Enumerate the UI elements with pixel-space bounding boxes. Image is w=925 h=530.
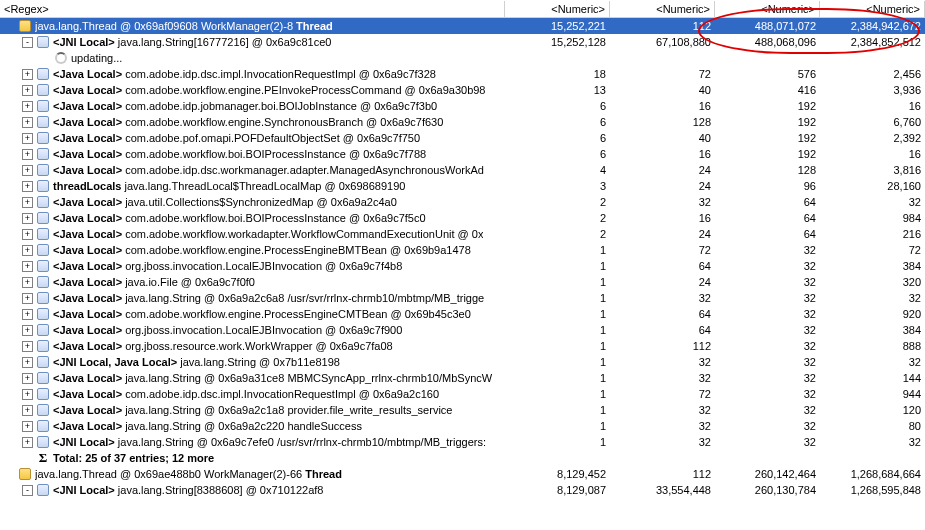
collapse-icon[interactable]: - (22, 37, 33, 48)
table-row[interactable]: +<Java Local> java.io.File @ 0x6a9c7f0f0… (0, 274, 925, 290)
expand-icon[interactable]: + (22, 213, 33, 224)
table-row[interactable]: java.lang.Thread @ 0x69ae488b0 WorkManag… (0, 466, 925, 482)
numeric-cell-2: 16 (610, 147, 715, 161)
numeric-cell-4: 920 (820, 307, 925, 321)
expand-icon[interactable]: + (22, 437, 33, 448)
expand-icon[interactable]: + (22, 357, 33, 368)
tree-cell: +<Java Local> com.adobe.idp.jobmanager.b… (0, 98, 505, 114)
table-row[interactable]: +<JNI Local, Java Local> java.lang.Strin… (0, 354, 925, 370)
expand-icon[interactable]: + (22, 165, 33, 176)
table-row[interactable]: +<Java Local> com.adobe.workflow.boi.BOI… (0, 146, 925, 162)
table-row[interactable]: +<Java Local> org.jboss.invocation.Local… (0, 258, 925, 274)
expand-icon[interactable]: + (22, 277, 33, 288)
numeric-cell-2 (610, 57, 715, 59)
numeric-cell-3: 32 (715, 259, 820, 273)
header-numeric-3[interactable]: <Numeric> (715, 1, 820, 17)
expand-icon[interactable]: + (22, 181, 33, 192)
expand-icon[interactable]: + (22, 133, 33, 144)
table-row[interactable]: +<Java Local> java.lang.String @ 0x6a9a2… (0, 290, 925, 306)
tree-cell: +<Java Local> com.adobe.workflow.engine.… (0, 82, 505, 98)
expand-icon[interactable]: + (22, 149, 33, 160)
header-regex[interactable]: <Regex> (0, 1, 505, 17)
header-numeric-1[interactable]: <Numeric> (505, 1, 610, 17)
numeric-cell-1 (505, 457, 610, 459)
expand-icon[interactable]: + (22, 85, 33, 96)
expand-icon[interactable]: + (22, 101, 33, 112)
expand-icon[interactable]: + (22, 373, 33, 384)
row-label: <JNI Local> java.lang.String @ 0x6a9c7ef… (53, 436, 486, 448)
numeric-cell-4: 144 (820, 371, 925, 385)
table-row[interactable]: +threadLocals java.lang.ThreadLocal$Thre… (0, 178, 925, 194)
numeric-cell-2: 32 (610, 355, 715, 369)
expand-icon[interactable]: + (22, 421, 33, 432)
expand-icon[interactable]: + (22, 261, 33, 272)
header-numeric-2[interactable]: <Numeric> (610, 1, 715, 17)
numeric-cell-1: 1 (505, 275, 610, 289)
object-icon (36, 147, 50, 161)
table-row[interactable]: +<Java Local> com.adobe.workflow.engine.… (0, 82, 925, 98)
numeric-cell-3: 260,142,464 (715, 467, 820, 481)
expand-icon[interactable]: + (22, 229, 33, 240)
table-row[interactable]: updating... (0, 50, 925, 66)
expand-icon[interactable]: + (22, 293, 33, 304)
expand-icon[interactable]: + (22, 405, 33, 416)
numeric-cell-3: 32 (715, 243, 820, 257)
expand-icon[interactable]: + (22, 69, 33, 80)
table-row[interactable]: +<Java Local> com.adobe.idp.dsc.impl.Inv… (0, 66, 925, 82)
tree-cell: +<Java Local> org.jboss.invocation.Local… (0, 258, 505, 274)
row-label: <Java Local> java.lang.String @ 0x6a9a2c… (53, 420, 362, 432)
expand-icon[interactable]: + (22, 389, 33, 400)
row-label: java.lang.Thread @ 0x69ae488b0 WorkManag… (35, 468, 342, 480)
numeric-cell-3: 64 (715, 227, 820, 241)
object-icon (36, 435, 50, 449)
table-row[interactable]: +<Java Local> com.adobe.workflow.engine.… (0, 242, 925, 258)
table-row[interactable]: ΣTotal: 25 of 37 entries; 12 more (0, 450, 925, 466)
row-label: Total: 25 of 37 entries; 12 more (53, 452, 214, 464)
tree-cell: ΣTotal: 25 of 37 entries; 12 more (0, 450, 505, 466)
sigma-icon: Σ (36, 451, 50, 465)
numeric-cell-4: 3,816 (820, 163, 925, 177)
loading-icon (54, 51, 68, 65)
object-icon (36, 163, 50, 177)
table-row[interactable]: +<Java Local> com.adobe.workflow.engine.… (0, 114, 925, 130)
numeric-cell-3: 32 (715, 339, 820, 353)
numeric-cell-4: 1,268,684,664 (820, 467, 925, 481)
table-row[interactable]: +<Java Local> java.util.Collections$Sync… (0, 194, 925, 210)
expand-icon[interactable]: + (22, 341, 33, 352)
table-row[interactable]: -<JNI Local> java.lang.String[16777216] … (0, 34, 925, 50)
table-row[interactable]: +<JNI Local> java.lang.String @ 0x6a9c7e… (0, 434, 925, 450)
row-label: <Java Local> java.io.File @ 0x6a9c7f0f0 (53, 276, 255, 288)
numeric-cell-4: 16 (820, 99, 925, 113)
expand-icon[interactable]: + (22, 197, 33, 208)
expand-icon[interactable]: + (22, 325, 33, 336)
object-icon (36, 243, 50, 257)
tree-cell: +<Java Local> java.lang.String @ 0x6a9a2… (0, 290, 505, 306)
numeric-cell-3: 64 (715, 195, 820, 209)
table-row[interactable]: +<Java Local> org.jboss.invocation.Local… (0, 322, 925, 338)
numeric-cell-4 (820, 457, 925, 459)
table-row[interactable]: +<Java Local> org.jboss.resource.work.Wo… (0, 338, 925, 354)
table-row[interactable]: +<Java Local> com.adobe.idp.dsc.impl.Inv… (0, 386, 925, 402)
table-row[interactable]: +<Java Local> com.adobe.pof.omapi.POFDef… (0, 130, 925, 146)
table-row[interactable]: java.lang.Thread @ 0x69af09608 WorkManag… (0, 18, 925, 34)
table-row[interactable]: +<Java Local> java.lang.String @ 0x6a9a3… (0, 370, 925, 386)
table-row[interactable]: +<Java Local> com.adobe.idp.dsc.workmana… (0, 162, 925, 178)
table-row[interactable]: -<JNI Local> java.lang.String[8388608] @… (0, 482, 925, 498)
numeric-cell-3 (715, 57, 820, 59)
expand-icon[interactable]: + (22, 117, 33, 128)
tree-cell: -<JNI Local> java.lang.String[16777216] … (0, 34, 505, 50)
expand-icon[interactable]: + (22, 309, 33, 320)
numeric-cell-2: 16 (610, 211, 715, 225)
table-row[interactable]: +<Java Local> java.lang.String @ 0x6a9a2… (0, 402, 925, 418)
tree-cell: +<JNI Local, Java Local> java.lang.Strin… (0, 354, 505, 370)
table-row[interactable]: +<Java Local> com.adobe.workflow.boi.BOI… (0, 210, 925, 226)
header-numeric-4[interactable]: <Numeric> (820, 1, 925, 17)
table-row[interactable]: +<Java Local> com.adobe.workflow.workada… (0, 226, 925, 242)
row-label: <Java Local> com.adobe.workflow.engine.P… (53, 244, 471, 256)
table-row[interactable]: +<Java Local> com.adobe.workflow.engine.… (0, 306, 925, 322)
collapse-icon[interactable]: - (22, 485, 33, 496)
numeric-cell-2: 24 (610, 163, 715, 177)
expand-icon[interactable]: + (22, 245, 33, 256)
table-row[interactable]: +<Java Local> com.adobe.idp.jobmanager.b… (0, 98, 925, 114)
table-row[interactable]: +<Java Local> java.lang.String @ 0x6a9a2… (0, 418, 925, 434)
